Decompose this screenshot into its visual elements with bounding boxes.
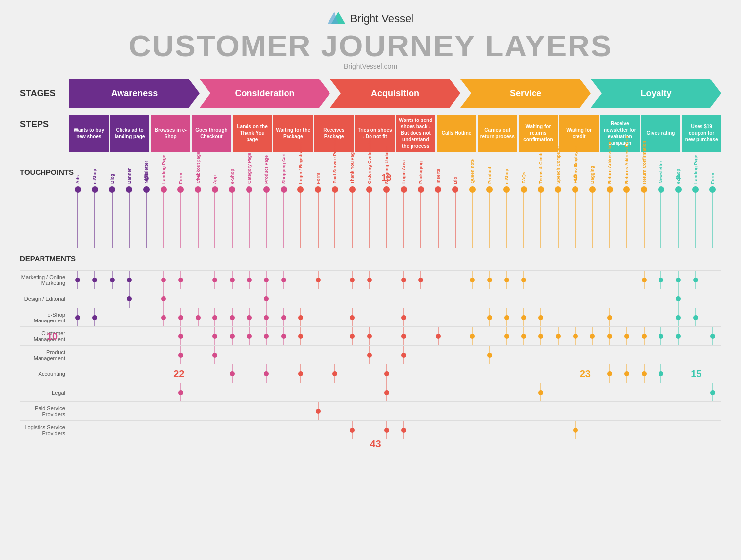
tp-dot-34	[658, 186, 664, 193]
dept-label-8: Logistics Service Providers	[20, 420, 69, 439]
dept-cell-4-17	[361, 346, 378, 364]
dept-dot-0-23	[470, 278, 475, 282]
dept-cell-6-20	[412, 383, 430, 401]
main-title: CUSTOMER JOURNEY LAYERS	[129, 31, 613, 61]
dept-cell-2-7	[189, 308, 206, 326]
dept-dot-0-17	[367, 278, 372, 282]
tp-dot-10	[246, 186, 252, 193]
tp-dot-29	[572, 186, 578, 193]
tp-dot-col-3	[121, 184, 138, 248]
dept-cell-6-13	[292, 383, 310, 401]
dept-cell-2-12	[275, 308, 292, 326]
dept-cell-2-23	[464, 308, 481, 326]
dept-cell-2-25	[498, 308, 515, 326]
dept-dot-5-15	[332, 371, 337, 376]
tp-line-7	[198, 188, 199, 248]
tp-line-19	[403, 188, 404, 248]
tp-label-col-12: Shopping Cart	[275, 161, 292, 184]
dept-cell-4-7	[189, 346, 206, 364]
dept-cell-4-22	[447, 346, 464, 364]
tp-line-36	[695, 188, 696, 248]
dept-cell-1-30	[584, 289, 601, 308]
steps-boxes: Wants to buy new shoesClicks ad to landi…	[69, 115, 721, 152]
dept-cell-4-4	[138, 346, 155, 364]
dept-dot-0-11	[264, 278, 269, 282]
dept-cell-1-20	[412, 289, 430, 308]
tp-dot-25	[503, 186, 510, 193]
dept-cell-3-35	[670, 327, 687, 345]
dept-cell-5-33	[635, 364, 653, 383]
dept-label-5: Accounting	[20, 364, 69, 383]
dept-cell-7-6	[172, 402, 189, 420]
dept-dot-3-30	[590, 334, 595, 339]
dept-cell-1-19	[395, 289, 412, 308]
tp-label-text-6: Form	[178, 173, 183, 184]
dept-cell-2-2	[103, 308, 121, 326]
dept-cell-8-13	[292, 421, 310, 439]
dept-cell-5-4	[138, 364, 155, 383]
dept-dot-3-8	[212, 334, 217, 339]
dept-dot-3-34	[659, 334, 663, 339]
tp-dot-22	[452, 186, 458, 193]
dept-cell-4-11	[258, 346, 275, 364]
dept-cell-2-28	[550, 308, 567, 326]
dept-cell-0-4	[138, 271, 155, 289]
tp-label-text-11: Product Page	[264, 155, 269, 184]
dept-cell-7-26	[515, 402, 533, 420]
stage-arrow-2: Acquisition	[330, 79, 460, 108]
dept-cell-0-2	[103, 271, 121, 289]
tp-line-10	[249, 188, 250, 248]
dept-cell-0-16	[344, 271, 361, 289]
dept-dot-0-16	[350, 278, 355, 282]
tp-label-text-10: Category Page	[247, 153, 252, 184]
step-box-0: Wants to buy new shoes	[69, 115, 109, 152]
step-box-9: Calls Hotline	[437, 115, 476, 152]
tp-dot-36	[692, 186, 699, 193]
tp-label-text-20: Packaging	[418, 161, 423, 184]
tp-dot-col-13	[292, 184, 310, 248]
tp-label-text-8: App	[212, 175, 217, 184]
dept-cell-5-20	[412, 364, 430, 383]
dept-cell-7-27	[533, 402, 550, 420]
tp-label-text-27: Terms & Conditions	[538, 142, 543, 184]
dept-dot-8-16	[350, 428, 355, 433]
dept-dot-3-23	[470, 334, 475, 339]
dept-cell-2-14	[309, 308, 327, 326]
tp-count-7: 7	[195, 173, 200, 183]
dept-cell-1-34	[653, 289, 670, 308]
tp-label-text-2: Blog	[110, 174, 115, 184]
dept-cell-4-14	[309, 346, 327, 364]
tp-label-col-25: e-Shop	[498, 161, 515, 184]
logo-text: Bright Vessel	[350, 12, 413, 25]
tp-label-text-30: Bagging	[590, 166, 595, 184]
dept-cell-6-12	[275, 383, 292, 401]
dept-cell-8-23	[464, 421, 481, 439]
dept-label-7: Paid Service Providers	[20, 401, 69, 420]
dept-cell-6-27	[533, 383, 550, 401]
stage-arrow-4: Loyalty	[591, 79, 721, 108]
tp-dot-18	[383, 186, 390, 193]
dept-cell-2-17	[361, 308, 378, 326]
dept-cell-6-15	[327, 383, 344, 401]
header: Bright Vessel CUSTOMER JOURNEY LAYERS Br…	[20, 10, 721, 70]
dept-cell-4-37	[704, 346, 721, 364]
tp-dot-2	[109, 186, 115, 193]
dept-cell-8-24	[481, 421, 498, 439]
dept-cell-6-30	[584, 383, 601, 401]
dept-cell-3-6	[172, 327, 189, 345]
logo-area: Bright Vessel	[328, 10, 413, 28]
dept-cell-0-22	[447, 271, 464, 289]
dept-dot-2-9	[230, 315, 235, 320]
dept-cell-7-31	[601, 402, 618, 420]
tp-dot-1	[92, 186, 98, 193]
dept-count-logistics-43: 43	[370, 439, 381, 450]
step-box-10: Carries out return process	[478, 115, 517, 152]
dept-dot-2-19	[401, 315, 406, 320]
dept-cell-6-2	[103, 383, 121, 401]
dept-cell-1-36	[687, 289, 704, 308]
dept-cell-7-7	[189, 402, 206, 420]
steps-label: STEPS	[20, 115, 69, 130]
tp-label-text-19: Login Area	[401, 160, 406, 184]
dept-count-customer: 10	[47, 331, 58, 342]
dept-dot-3-29	[573, 334, 578, 339]
